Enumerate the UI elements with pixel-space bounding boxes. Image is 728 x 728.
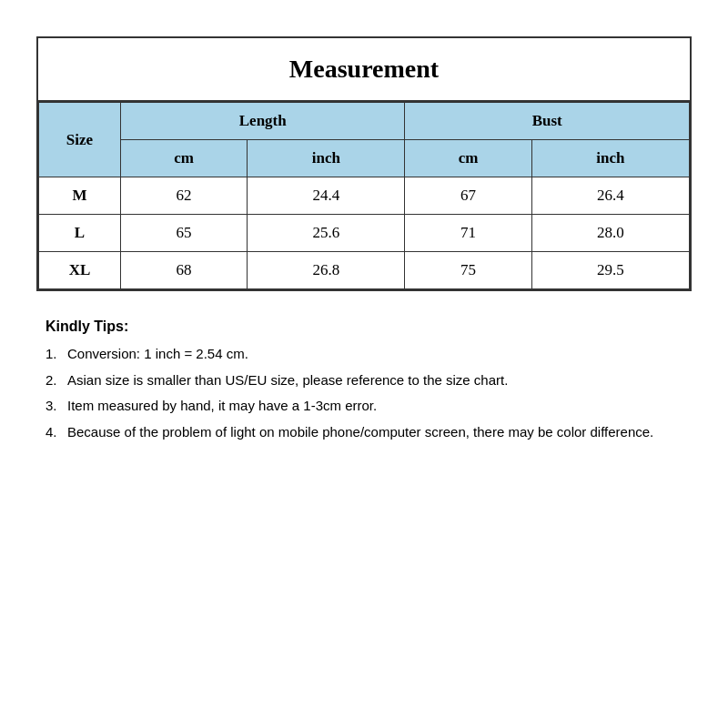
cell-bust-inch: 26.4 <box>531 177 689 215</box>
cell-length-cm: 65 <box>121 215 248 252</box>
cell-size: M <box>39 177 121 215</box>
table-title: Measurement <box>289 55 439 83</box>
cell-bust-cm: 75 <box>405 252 531 289</box>
table-row: L 65 25.6 71 28.0 <box>39 215 690 252</box>
list-item: 1. Conversion: 1 inch = 2.54 cm. <box>46 344 682 365</box>
table-row: XL 68 26.8 75 29.5 <box>39 252 690 289</box>
measurement-table: Size Length Bust cm inch cm inch M 62 24… <box>38 102 690 289</box>
table-row: M 62 24.4 67 26.4 <box>39 177 690 215</box>
length-inch-header: inch <box>248 140 405 177</box>
cell-length-inch: 26.8 <box>248 252 405 289</box>
length-cm-header: cm <box>121 140 248 177</box>
list-item: 3. Item measured by hand, it may have a … <box>46 396 682 417</box>
cell-bust-cm: 67 <box>405 177 531 215</box>
tip-number: 2. <box>46 370 67 391</box>
tip-text: Conversion: 1 inch = 2.54 cm. <box>67 344 248 365</box>
bust-cm-header: cm <box>405 140 531 177</box>
tips-list: 1. Conversion: 1 inch = 2.54 cm. 2. Asia… <box>46 344 682 442</box>
cell-length-cm: 68 <box>121 252 248 289</box>
cell-length-cm: 62 <box>121 177 248 215</box>
table-title-row: Measurement <box>38 38 690 102</box>
cell-length-inch: 24.4 <box>248 177 405 215</box>
tip-text: Item measured by hand, it may have a 1-3… <box>67 396 377 417</box>
size-header: Size <box>39 103 121 177</box>
tip-text: Because of the problem of light on mobil… <box>67 422 653 443</box>
tip-text: Asian size is smaller than US/EU size, p… <box>67 370 508 391</box>
cell-bust-inch: 29.5 <box>531 252 689 289</box>
tips-section: Kindly Tips: 1. Conversion: 1 inch = 2.5… <box>36 318 692 442</box>
tip-number: 4. <box>46 422 67 443</box>
list-item: 2. Asian size is smaller than US/EU size… <box>46 370 682 391</box>
cell-length-inch: 25.6 <box>248 215 405 252</box>
measurement-table-section: Measurement Size Length Bust cm inch cm … <box>36 36 692 291</box>
bust-inch-header: inch <box>531 140 689 177</box>
page-container: Measurement Size Length Bust cm inch cm … <box>36 36 692 448</box>
cell-bust-cm: 71 <box>405 215 531 252</box>
cell-bust-inch: 28.0 <box>531 215 689 252</box>
tip-number: 1. <box>46 344 67 365</box>
tips-title: Kindly Tips: <box>46 318 682 335</box>
length-header: Length <box>121 103 405 140</box>
cell-size: XL <box>39 252 121 289</box>
bust-header: Bust <box>405 103 690 140</box>
list-item: 4. Because of the problem of light on mo… <box>46 422 682 443</box>
tip-number: 3. <box>46 396 67 417</box>
cell-size: L <box>39 215 121 252</box>
